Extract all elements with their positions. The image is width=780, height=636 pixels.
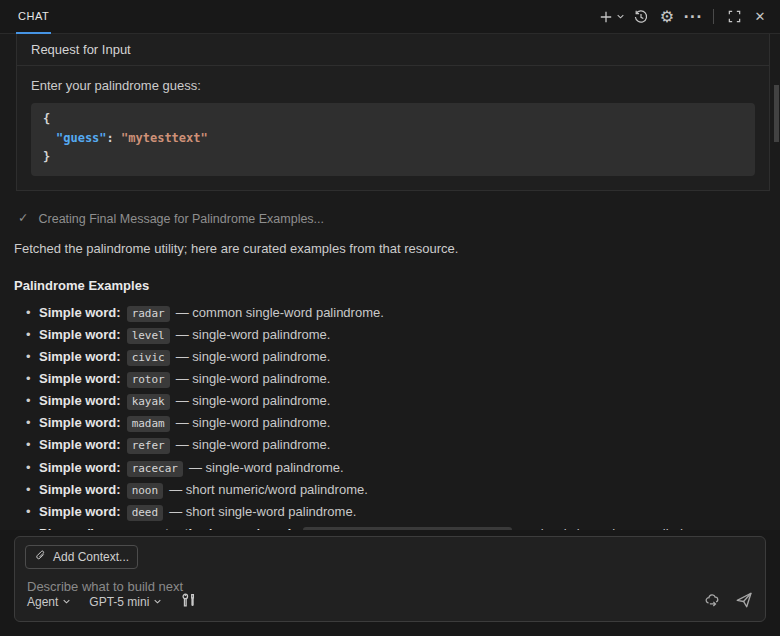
item-label: Phrase (ignore punctuation/spaces/case): <box>39 526 297 530</box>
tab-chat-label: CHAT <box>18 10 49 22</box>
item-code: kayak <box>127 394 170 410</box>
item-desc: — single-word palindrome. <box>176 349 331 364</box>
ellipsis-icon: ··· <box>684 10 703 24</box>
maximize-icon <box>727 9 742 24</box>
tools-icon <box>180 592 197 612</box>
assistant-intro-text: Fetched the palindrome utility; here are… <box>14 241 766 256</box>
gear-icon: ⚙ <box>660 9 674 25</box>
delegate-to-agent-button[interactable] <box>704 592 721 612</box>
chevron-down-icon <box>62 595 71 609</box>
send-button[interactable] <box>735 591 753 612</box>
panel-header: Request for Input <box>17 34 769 66</box>
item-code: rotor <box>127 372 170 388</box>
check-icon: ✓ <box>18 212 28 225</box>
scrollbar-thumb[interactable] <box>774 85 779 142</box>
item-label: Simple word: <box>39 305 121 320</box>
composer-toolbar: Agent GPT-5 mini <box>27 591 753 612</box>
item-label: Simple word: <box>39 415 121 430</box>
item-code: level <box>127 328 170 344</box>
item-code: refer <box>127 438 170 454</box>
new-chat-button[interactable] <box>598 6 625 28</box>
composer-box: Add Context... Describe what to build ne… <box>14 536 766 622</box>
configure-tools-button[interactable] <box>180 592 197 612</box>
tool-progress-row[interactable]: ✓ Creating Final Message for Palindrome … <box>18 212 780 226</box>
send-icon <box>735 591 753 612</box>
chat-panel: CHAT ⚙ <box>0 0 780 636</box>
item-desc: — single-word palindrome. <box>176 437 331 452</box>
chevron-down-icon <box>616 12 625 21</box>
item-label: Simple word: <box>39 349 121 364</box>
list-item: Simple word:level— single-word palindrom… <box>39 328 780 342</box>
add-context-button[interactable]: Add Context... <box>25 545 138 569</box>
item-code: racecar <box>127 461 183 477</box>
close-button[interactable]: ✕ <box>750 6 770 28</box>
list-item: Simple word:rotor— single-word palindrom… <box>39 372 780 386</box>
list-item: Simple word:kayak— single-word palindrom… <box>39 394 780 408</box>
code-value: "mytesttext" <box>121 131 208 145</box>
code-key: "guess" <box>56 131 107 145</box>
item-desc: — short numeric/word palindrome. <box>169 482 368 497</box>
item-desc: — single-word palindrome. <box>189 460 344 475</box>
item-desc: — classic long phrase palindrome. <box>518 526 717 530</box>
input-prompt: Enter your palindrome guess: <box>31 78 755 93</box>
close-icon: ✕ <box>755 10 766 23</box>
panel-titlebar: CHAT ⚙ <box>0 0 780 34</box>
item-code: radar <box>127 306 170 322</box>
item-desc: — short single-word palindrome. <box>169 504 356 519</box>
item-label: Simple word: <box>39 460 121 475</box>
list-item: Simple word:radar— common single-word pa… <box>39 306 780 320</box>
chat-message-list: Request for Input Enter your palindrome … <box>0 34 780 530</box>
code-separator: : <box>107 131 121 145</box>
plus-icon <box>598 9 614 25</box>
item-label: Simple word: <box>39 482 121 497</box>
item-desc: — single-word palindrome. <box>176 327 331 342</box>
json-code-block: {"guess": "mytesttext"} <box>31 103 755 176</box>
cloud-arrow-icon <box>704 592 721 612</box>
history-button[interactable] <box>631 6 651 28</box>
item-desc: — common single-word palindrome. <box>176 305 384 320</box>
list-item: Simple word:racecar— single-word palindr… <box>39 461 780 475</box>
item-desc: — single-word palindrome. <box>176 371 331 386</box>
list-item: Simple word:refer— single-word palindrom… <box>39 438 780 452</box>
history-icon <box>633 9 649 25</box>
settings-button[interactable]: ⚙ <box>657 6 677 28</box>
item-label: Simple word: <box>39 371 121 386</box>
list-item: Phrase (ignore punctuation/spaces/case):… <box>39 527 780 530</box>
titlebar-divider <box>713 9 714 24</box>
paperclip-icon <box>34 549 47 565</box>
titlebar-actions: ⚙ ··· ✕ <box>598 0 770 33</box>
item-code: noon <box>127 483 164 499</box>
item-code: madam <box>127 416 170 432</box>
palindrome-examples-list: Simple word:radar— common single-word pa… <box>0 306 780 530</box>
progress-label: Creating Final Message for Palindrome Ex… <box>38 212 324 226</box>
more-actions-button[interactable]: ··· <box>683 6 703 28</box>
maximize-button[interactable] <box>724 6 744 28</box>
list-item: Simple word:noon— short numeric/word pal… <box>39 483 780 497</box>
tab-chat[interactable]: CHAT <box>16 0 51 34</box>
mode-label: Agent <box>27 595 58 609</box>
model-picker[interactable]: GPT-5 mini <box>89 595 162 609</box>
item-code: deed <box>127 505 164 521</box>
item-label: Simple word: <box>39 504 121 519</box>
code-open-brace: { <box>43 112 50 126</box>
item-code: civic <box>127 350 170 366</box>
item-label: Simple word: <box>39 393 121 408</box>
examples-heading: Palindrome Examples <box>14 278 766 293</box>
chat-composer: Add Context... Describe what to build ne… <box>0 530 780 636</box>
item-label: Simple word: <box>39 437 121 452</box>
code-close-brace: } <box>43 150 50 164</box>
chevron-down-icon <box>153 595 162 609</box>
item-label: Simple word: <box>39 327 121 342</box>
item-desc: — single-word palindrome. <box>176 393 331 408</box>
model-label: GPT-5 mini <box>89 595 149 609</box>
request-for-input-panel: Request for Input Enter your palindrome … <box>16 34 770 191</box>
mode-picker[interactable]: Agent <box>27 595 71 609</box>
item-desc: — single-word palindrome. <box>176 415 331 430</box>
panel-body: Enter your palindrome guess: {"guess": "… <box>17 66 769 190</box>
list-item: Simple word:civic— single-word palindrom… <box>39 350 780 364</box>
item-code: A man, a plan, a canal, Panama <box>303 527 512 530</box>
add-context-label: Add Context... <box>53 550 129 564</box>
list-item: Simple word:deed— short single-word pali… <box>39 505 780 519</box>
list-item: Simple word:madam— single-word palindrom… <box>39 416 780 430</box>
